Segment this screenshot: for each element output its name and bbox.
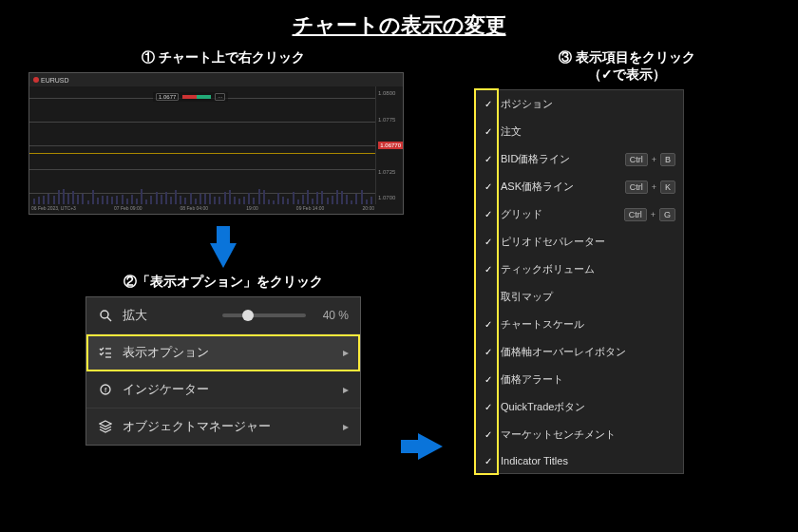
check-icon: ✓ [484,154,493,164]
display-option-item[interactable]: ✓注文 [476,118,683,145]
display-option-item[interactable]: ✓価格軸オーバーレイボタン [476,338,683,366]
display-option-item[interactable]: ✓ピリオドセパレーター [476,228,683,256]
shortcut-keys: Ctrl+G [624,208,675,221]
display-option-label: 注文 [501,124,675,139]
shortcut-keys: Ctrl+K [625,180,675,194]
indicator-icon: f [98,383,113,396]
indicators-label: インジケーター [123,381,333,398]
check-icon: ✓ [484,237,493,247]
check-icon: ✓ [484,456,493,466]
check-icon: ✓ [484,126,493,137]
chart-symbol: EURUSD [41,77,69,84]
display-option-item[interactable]: ✓QuickTradeボタン [476,393,683,421]
layers-icon [98,420,113,433]
check-icon: ✓ [484,347,493,357]
display-option-label: Indicator Titles [501,455,675,466]
shortcut-keys: Ctrl+B [625,153,675,166]
display-option-item[interactable]: ✓ティックボリューム [476,256,683,283]
step1-label: ① チャート上で右クリック [28,49,418,66]
zoom-slider[interactable] [222,314,305,317]
checklist-icon [98,346,113,359]
chart-window[interactable]: EURUSD 1.0677 ··· 1.0800 1.0775 1.07 [28,72,404,215]
display-option-label: グリッド [501,207,617,221]
context-menu: 拡大 40 % 表示オプション ▸ f インジケーター ▸ [86,296,361,446]
step3-label: ③ 表示項目をクリック （✓で表示） [475,49,779,84]
chart-plot-area[interactable]: 1.0677 ··· [29,86,376,204]
display-option-label: チャートスケール [501,317,675,332]
display-option-label: BID価格ライン [501,152,618,166]
check-icon: ✓ [484,374,493,385]
check-icon: ✓ [484,429,493,440]
display-option-item[interactable]: ✓Indicator Titles [476,448,683,473]
display-option-label: QuickTradeボタン [501,400,675,414]
display-option-item[interactable]: ✓価格アラート [476,366,683,393]
check-icon: ✓ [484,402,493,412]
check-icon: ✓ [484,99,493,109]
display-option-label: マーケットセンチメント [501,428,675,442]
chart-price-label: 1.06770 [378,142,403,149]
submenu-arrow-icon: ▸ [343,420,349,433]
submenu-arrow-icon: ▸ [343,346,349,359]
context-menu-object-manager[interactable]: オブジェクトマネージャー ▸ [86,408,360,445]
display-option-item[interactable]: ✓ポジション [476,90,683,118]
check-icon: ✓ [484,181,493,192]
svg-line-1 [107,317,111,321]
chart-x-axis: 06 Feb 2023, UTC+3 07 Feb 09:00 08 Feb 0… [29,204,376,214]
check-icon: ✓ [484,319,493,330]
display-option-item[interactable]: ✓BID価格ラインCtrl+B [476,145,683,173]
page-title: チャートの表示の変更 [0,0,798,44]
display-option-label: 価格軸オーバーレイボタン [501,345,675,359]
context-menu-display-options[interactable]: 表示オプション ▸ [86,334,360,371]
display-option-label: 価格アラート [501,372,675,387]
step2-label: ②「表示オプション」をクリック [28,274,418,291]
chart-price-hud: 1.0677 ··· [153,92,228,102]
display-option-label: 取引マップ [501,290,675,304]
zoom-label: 拡大 [123,307,205,324]
display-option-label: ポジション [501,97,675,111]
display-option-item[interactable]: ✓グリッドCtrl+G [476,200,683,228]
display-option-item[interactable]: 取引マップ [476,283,683,311]
arrow-down-icon [210,243,237,268]
display-option-label: ピリオドセパレーター [501,235,675,249]
display-option-item[interactable]: ✓マーケットセンチメント [476,421,683,448]
object-manager-label: オブジェクトマネージャー [123,418,333,435]
svg-point-0 [101,311,108,318]
display-options-label: 表示オプション [123,344,333,361]
display-options-submenu: ✓ポジション✓注文✓BID価格ラインCtrl+B✓ASK価格ラインCtrl+K✓… [475,89,684,474]
check-icon: ✓ [484,209,493,219]
context-menu-zoom[interactable]: 拡大 40 % [86,297,360,334]
context-menu-indicators[interactable]: f インジケーター ▸ [86,371,360,408]
chart-header: EURUSD [29,73,403,86]
display-option-label: ティックボリューム [501,262,675,276]
svg-text:f: f [104,386,107,394]
display-option-item[interactable]: ✓ASK価格ラインCtrl+K [476,173,683,200]
submenu-arrow-icon: ▸ [343,383,349,396]
display-option-label: ASK価格ライン [501,180,618,194]
magnifier-icon [98,309,113,322]
zoom-value: 40 % [323,309,349,322]
display-option-item[interactable]: ✓チャートスケール [476,311,683,338]
check-icon: ✓ [484,264,493,275]
